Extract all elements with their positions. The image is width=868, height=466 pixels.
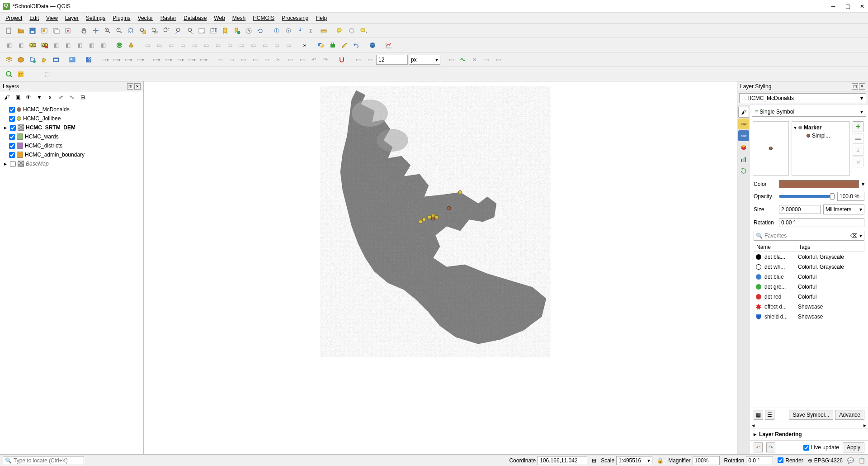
layer-item-districts[interactable]: HCMC_districts [3,141,141,150]
size-unit-select[interactable]: Millimeters▾ [823,204,864,214]
color-dropdown-icon[interactable]: ▾ [862,181,864,187]
color-picker[interactable] [779,180,859,188]
pan-icon[interactable] [79,25,90,36]
new-memory-icon[interactable] [67,54,78,65]
close-button[interactable]: ✕ [859,3,865,10]
rotation-input[interactable] [779,218,864,227]
fav-row-black[interactable]: dot bla...Colorful, Grayscale [754,252,864,262]
panel-close-icon[interactable]: ✕ [134,83,141,90]
layer-checkbox[interactable] [9,134,15,140]
topo-checker-icon[interactable] [458,54,468,65]
layer-name[interactable]: HCMC_Jollibee [23,115,61,122]
favorites-search[interactable]: 🔍 ⌫ ▾ [754,231,864,241]
maximize-button[interactable]: ▢ [844,3,851,10]
maptip-toggle-icon[interactable] [335,25,345,36]
action-icon[interactable] [283,25,294,36]
fav-row-white[interactable]: dot wh...Colorful, Grayscale [754,262,864,272]
statistics-icon[interactable]: Σ [307,25,317,36]
menu-view[interactable]: View [42,14,61,22]
measure-icon[interactable] [318,25,329,36]
live-update-checkbox[interactable]: Live update [803,444,839,451]
layer-filter-icon[interactable]: ▼ [35,93,43,101]
zoom-out-icon[interactable] [114,25,125,36]
new-geopackage-icon[interactable] [15,54,26,65]
menu-mesh[interactable]: Mesh [229,14,249,22]
menu-database[interactable]: Database [180,14,210,22]
symbol-layer-tree[interactable]: ▾ Marker Simpl... [792,121,850,176]
layer-add-group-icon[interactable]: ▣ [14,93,22,101]
symbol-type-select[interactable]: ≡ Single Symbol▾ [752,107,866,117]
zoom-to-selection-icon[interactable] [137,25,148,36]
hscroll[interactable]: ◂▸ [750,422,868,428]
layer-checkbox[interactable] [9,116,15,122]
snap-enable-icon[interactable] [336,54,347,65]
layer-name[interactable]: HCMC_admin_boundary [25,152,85,158]
edit-pencil-icon[interactable] [339,40,350,51]
plugin-manager-icon[interactable] [327,40,338,51]
layer-expression-icon[interactable]: ε [46,93,54,101]
minimize-button[interactable]: ─ [830,3,836,10]
identify-icon[interactable]: i [271,25,282,36]
new-spatialite-icon[interactable] [39,54,50,65]
apply-button[interactable]: Apply [843,442,864,452]
save-project-icon[interactable] [27,25,38,36]
layer-item-basemap[interactable]: ▸ BaseMap [3,159,141,168]
extents-icon[interactable]: ⊞ [592,457,596,464]
label-abc-red-icon[interactable]: abc [39,40,50,51]
layer-name[interactable]: HCMC_wards [25,133,59,140]
menu-hcmgis[interactable]: HCMGIS [249,14,278,22]
advance-button[interactable]: Advance [835,410,864,420]
layer-name[interactable]: HCMC_districts [25,143,62,149]
masks-tab-icon[interactable]: abc [738,130,749,141]
no-action-icon[interactable] [346,25,357,36]
layers-tree[interactable]: HCMC_McDonalds HCMC_Jollibee ▸ HCMC_SRTM… [0,103,143,454]
layer-remove-icon[interactable]: ⊟ [79,93,87,101]
zoom-to-layer-icon[interactable] [149,25,160,36]
menu-settings[interactable]: Settings [82,14,109,22]
menu-help[interactable]: Help [312,14,331,22]
render-checkbox[interactable]: Render [778,457,803,464]
snap-size-input[interactable]: 12 [376,55,408,65]
temporal-controller-icon[interactable] [243,25,254,36]
undo-dropdown-icon[interactable] [351,40,362,51]
clear-icon[interactable]: ⌫ [850,233,858,239]
coordinate-input[interactable]: 106.166,11.042 [538,456,587,465]
favorites-search-input[interactable] [764,233,848,239]
layer-name[interactable]: HCMC_SRTM_DEM [26,124,75,131]
label-abc-icon[interactable]: abc [27,40,38,51]
show-bookmarks-icon[interactable] [231,25,242,36]
symbology-tab-icon[interactable]: 🖌 [738,107,749,118]
layer-expand-icon[interactable]: ⤢ [57,93,65,101]
symbol-tree-marker[interactable]: ▾ Marker [794,124,848,132]
layer-checkbox[interactable] [9,152,15,158]
opacity-slider[interactable] [779,195,835,198]
col-name[interactable]: Name [754,243,796,252]
show-labels-dropdown-icon[interactable] [358,25,369,36]
menu-edit[interactable]: Edit [26,14,42,22]
new-shapefile-icon[interactable] [27,54,38,65]
layer-style-icon[interactable]: 🖌 [3,93,11,101]
fav-row-shield[interactable]: shield d...Showcase [754,312,864,322]
panel-undock-icon[interactable]: ◫ [127,83,133,90]
menu-processing[interactable]: Processing [278,14,312,22]
save-symbol-button[interactable]: Save Symbol... [789,410,834,420]
labels-tab-icon[interactable]: abc [738,119,749,129]
map-canvas[interactable] [144,81,737,454]
fav-row-blue[interactable]: dot blueColorful [754,272,864,282]
menu-project[interactable]: Project [2,14,26,22]
new-bookmark-icon[interactable] [220,25,231,36]
data-plotly-icon[interactable] [383,40,394,51]
layer-checkbox[interactable] [9,107,15,113]
expand-icon[interactable]: ▸ [3,161,8,167]
grid-view-icon[interactable]: ▦ [754,410,763,420]
crs-field[interactable]: ⊕ EPSG:4326 [808,457,843,464]
network-direction-icon[interactable] [126,40,137,51]
add-symbol-layer-icon[interactable]: ✚ [853,121,863,132]
layout-manager-icon[interactable] [51,25,61,36]
layer-checkbox[interactable] [9,143,15,149]
python-console-icon[interactable] [316,40,326,51]
undo-style-icon[interactable]: ↶ [754,442,763,452]
collapse-icon[interactable]: ▾ [794,124,797,131]
lock-symbol-layer-icon[interactable]: ⤓ [853,145,863,156]
zoom-full-icon[interactable] [126,25,137,36]
